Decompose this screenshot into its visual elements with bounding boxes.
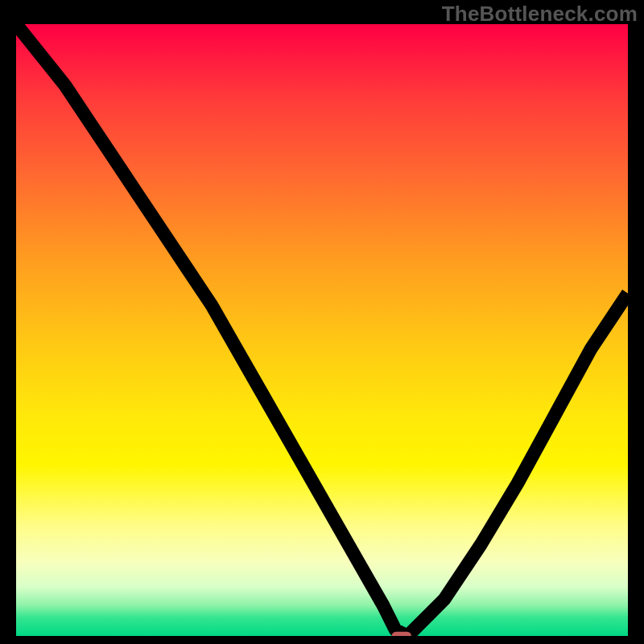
chart-frame: TheBottleneck.com — [0, 0, 644, 644]
plot-svg — [16, 24, 628, 636]
bottleneck-curve — [16, 24, 628, 636]
optimum-marker — [392, 632, 411, 636]
watermark-text: TheBottleneck.com — [442, 2, 638, 27]
plot-area — [16, 24, 628, 636]
